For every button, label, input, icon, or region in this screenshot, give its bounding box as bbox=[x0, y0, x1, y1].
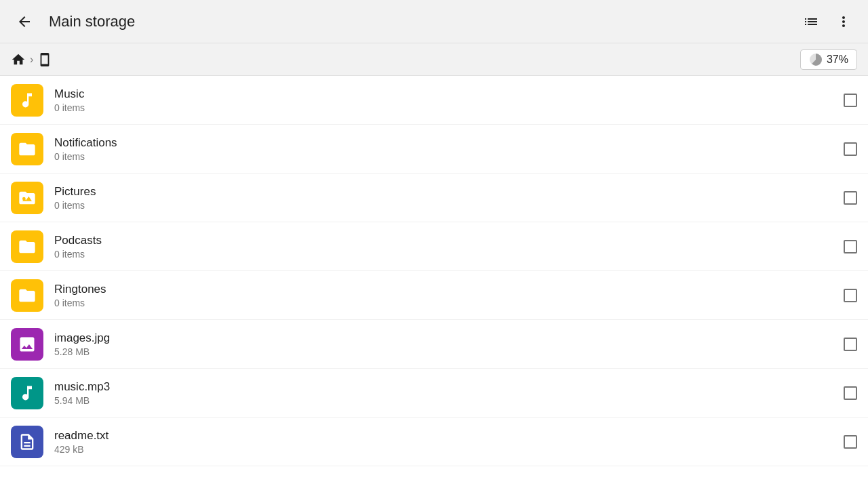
file-meta: 0 items bbox=[54, 249, 833, 260]
back-button[interactable] bbox=[11, 8, 38, 35]
file-info: Pictures 0 items bbox=[54, 185, 833, 211]
folder-podcasts-icon bbox=[11, 230, 43, 263]
file-name: Pictures bbox=[54, 185, 833, 199]
file-name: Notifications bbox=[54, 136, 833, 150]
list-item[interactable]: music.mp3 5.94 MB bbox=[0, 369, 868, 418]
file-checkbox[interactable] bbox=[844, 240, 857, 253]
file-info: Music 0 items bbox=[54, 87, 833, 113]
folder-notifications-icon bbox=[11, 133, 43, 165]
file-meta: 0 items bbox=[54, 200, 833, 211]
file-meta: 5.94 MB bbox=[54, 395, 833, 406]
file-meta: 429 kB bbox=[54, 444, 833, 455]
file-text-icon bbox=[11, 426, 43, 458]
breadcrumb-device[interactable] bbox=[37, 52, 52, 67]
file-meta: 0 items bbox=[54, 151, 833, 162]
file-info: Notifications 0 items bbox=[54, 136, 833, 162]
file-name: Ringtones bbox=[54, 283, 833, 296]
file-checkbox[interactable] bbox=[844, 142, 857, 156]
list-view-button[interactable] bbox=[797, 8, 825, 35]
folder-ringtones-icon bbox=[11, 279, 43, 312]
list-item[interactable]: Pictures 0 items bbox=[0, 174, 868, 222]
file-checkbox[interactable] bbox=[844, 94, 857, 107]
file-checkbox[interactable] bbox=[844, 338, 857, 351]
file-info: Ringtones 0 items bbox=[54, 283, 833, 308]
folder-pictures-icon bbox=[11, 182, 43, 214]
folder-music-icon bbox=[11, 84, 43, 117]
page-title: Main storage bbox=[49, 13, 135, 30]
file-checkbox[interactable] bbox=[844, 289, 857, 302]
file-checkbox[interactable] bbox=[844, 191, 857, 205]
file-meta: 0 items bbox=[54, 102, 833, 113]
file-info: images.jpg 5.28 MB bbox=[54, 331, 833, 357]
breadcrumb-bar: › 37% bbox=[0, 43, 868, 76]
file-checkbox[interactable] bbox=[844, 386, 857, 400]
list-item[interactable]: Notifications 0 items bbox=[0, 125, 868, 174]
list-item[interactable]: Podcasts 0 items bbox=[0, 222, 868, 271]
file-list: Music 0 items Notifications 0 items Pict… bbox=[0, 76, 868, 488]
file-meta: 0 items bbox=[54, 298, 833, 308]
app-bar-left: Main storage bbox=[11, 8, 135, 35]
storage-badge: 37% bbox=[800, 49, 857, 70]
app-bar: Main storage bbox=[0, 0, 868, 43]
list-item[interactable]: Ringtones 0 items bbox=[0, 271, 868, 320]
file-info: music.mp3 5.94 MB bbox=[54, 380, 833, 406]
file-name: Music bbox=[54, 87, 833, 101]
breadcrumb: › bbox=[11, 52, 52, 67]
storage-pie-chart bbox=[809, 53, 823, 66]
file-name: music.mp3 bbox=[54, 380, 833, 394]
breadcrumb-home[interactable] bbox=[11, 52, 26, 67]
file-info: readme.txt 429 kB bbox=[54, 429, 833, 455]
list-item[interactable]: Music 0 items bbox=[0, 76, 868, 125]
breadcrumb-chevron: › bbox=[30, 54, 33, 66]
file-music-icon bbox=[11, 377, 43, 409]
file-meta: 5.28 MB bbox=[54, 346, 833, 357]
more-options-button[interactable] bbox=[830, 8, 857, 35]
file-image-icon bbox=[11, 328, 43, 361]
file-info: Podcasts 0 items bbox=[54, 234, 833, 260]
file-name: readme.txt bbox=[54, 429, 833, 443]
storage-percent: 37% bbox=[827, 54, 848, 66]
file-name: images.jpg bbox=[54, 331, 833, 345]
file-name: Podcasts bbox=[54, 234, 833, 247]
list-item[interactable]: readme.txt 429 kB bbox=[0, 418, 868, 466]
app-bar-right bbox=[797, 8, 857, 35]
list-item[interactable]: images.jpg 5.28 MB bbox=[0, 320, 868, 369]
file-checkbox[interactable] bbox=[844, 435, 857, 449]
